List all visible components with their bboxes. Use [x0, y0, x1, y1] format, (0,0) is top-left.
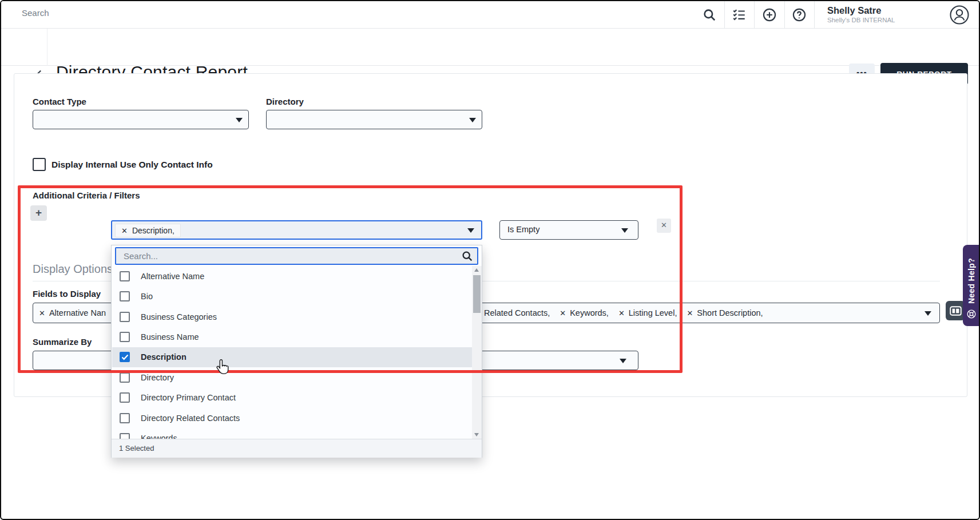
checkbox-icon: [120, 413, 130, 423]
remove-chip-icon[interactable]: ✕: [39, 309, 45, 317]
fields-to-display-label: Fields to Display: [33, 289, 101, 299]
top-bar: Shelly Satre Shelly's DB INTERNAL: [1, 1, 979, 29]
internal-use-checkbox[interactable]: [33, 158, 46, 171]
add-criteria-button[interactable]: +: [30, 205, 47, 221]
scroll-up-arrow-icon[interactable]: [474, 268, 479, 272]
dropdown-option-list: Alternative Name Bio Business Categories…: [112, 266, 472, 439]
dropdown-option[interactable]: Business Name: [112, 327, 472, 347]
checkbox-icon: [120, 392, 130, 403]
checkbox-icon: [120, 332, 130, 342]
chip-label: Description,: [132, 226, 174, 235]
criteria-operator-select[interactable]: Is Empty: [499, 220, 638, 240]
search-icon[interactable]: [702, 7, 717, 22]
global-search-input[interactable]: [21, 7, 261, 18]
life-ring-icon: [966, 309, 977, 321]
option-label: Directory Primary Contact: [141, 393, 236, 402]
dropdown-option[interactable]: Business Categories: [112, 307, 472, 327]
scroll-down-arrow-icon[interactable]: [474, 433, 479, 436]
option-label: Keywords: [141, 434, 177, 439]
caret-down-icon: [469, 118, 476, 122]
chip-label: Short Description,: [697, 308, 763, 317]
dropdown-option[interactable]: Directory Related Contacts: [112, 408, 472, 428]
caret-down-icon: [620, 359, 626, 363]
dropdown-selected-count: 1 Selected: [112, 439, 482, 458]
checkbox-icon: [120, 372, 130, 383]
dropdown-search-input[interactable]: [115, 247, 478, 265]
directory-select[interactable]: [266, 110, 482, 129]
option-label: Alternative Name: [141, 272, 204, 281]
contact-type-label: Contact Type: [33, 97, 86, 106]
checkbox-icon: [120, 433, 130, 439]
field-chip: ✕ Alternative Nan: [39, 308, 106, 317]
summarize-by-label: Summarize By: [33, 337, 92, 347]
need-help-label: Need Help?: [967, 258, 976, 304]
criteria-field-select[interactable]: ✕ Description,: [111, 220, 482, 240]
checkbox-icon: [120, 291, 130, 301]
caret-down-icon: [236, 118, 243, 122]
checkbox-icon: [120, 271, 130, 281]
operator-value: Is Empty: [507, 225, 539, 234]
remove-chip-icon[interactable]: ✕: [560, 309, 566, 317]
dropdown-option-selected[interactable]: Description: [112, 347, 472, 367]
chip-label: Keywords,: [570, 308, 609, 317]
caret-down-icon: [621, 228, 628, 233]
field-chip: ✕ Listing Level,: [618, 308, 677, 317]
magnifier-icon: [461, 250, 473, 262]
checkbox-checked-icon: [120, 352, 130, 362]
add-circle-icon[interactable]: [762, 7, 777, 22]
divider: [47, 29, 47, 66]
tasks-icon[interactable]: [732, 7, 747, 22]
option-label: Bio: [141, 292, 153, 301]
need-help-tab[interactable]: Need Help?: [963, 245, 980, 326]
remove-chip-icon[interactable]: ✕: [687, 309, 693, 317]
dropdown-scrollbar[interactable]: [472, 266, 482, 439]
user-name: Shelly Satre: [827, 5, 936, 16]
user-menu[interactable]: Shelly Satre Shelly's DB INTERNAL: [827, 5, 936, 23]
remove-chip-icon[interactable]: ✕: [121, 227, 128, 235]
dropdown-option[interactable]: Keywords: [112, 428, 472, 439]
chip-label: Alternative Nan: [49, 308, 106, 317]
columns-icon: [950, 306, 962, 316]
criteria-field-dropdown-panel: Alternative Name Bio Business Categories…: [111, 245, 482, 458]
field-chip-partial: Related Contacts,: [484, 308, 550, 317]
divider: [814, 1, 815, 29]
directory-label: Directory: [266, 97, 304, 106]
dropdown-option[interactable]: Alternative Name: [112, 266, 472, 286]
additional-criteria-section-label: Additional Criteria / Filters: [33, 190, 140, 200]
dropdown-option[interactable]: Bio: [112, 286, 472, 306]
app-window: Shelly Satre Shelly's DB INTERNAL Direct…: [0, 0, 980, 520]
remove-criteria-row-button[interactable]: ✕: [657, 219, 671, 233]
field-chip: ✕ Keywords,: [560, 308, 609, 317]
display-options-section-label: Display Options: [33, 263, 113, 276]
chip-label: Related Contacts,: [484, 308, 550, 317]
user-avatar-icon[interactable]: [949, 4, 970, 26]
dropdown-option[interactable]: Directory Primary Contact: [112, 388, 472, 408]
checkbox-icon: [120, 312, 130, 322]
chip-label: Listing Level,: [629, 308, 677, 317]
field-chip: ✕ Short Description,: [687, 308, 763, 317]
help-circle-icon[interactable]: [792, 7, 807, 22]
option-label: Business Categories: [141, 312, 217, 321]
columns-layout-button[interactable]: [946, 301, 965, 320]
contact-type-select[interactable]: [33, 110, 249, 129]
divider: [754, 1, 755, 29]
option-label: Business Name: [141, 332, 199, 342]
option-label: Directory: [141, 373, 174, 382]
divider: [784, 1, 785, 29]
caret-down-icon: [925, 311, 931, 316]
option-label: Description: [141, 352, 187, 362]
caret-down-icon: [467, 228, 474, 233]
selected-field-chip: ✕ Description,: [115, 224, 181, 237]
user-database-label: Shelly's DB INTERNAL: [827, 17, 936, 23]
field-chip-group: Related Contacts, ✕ Keywords, ✕ Listing …: [484, 308, 763, 317]
dropdown-option[interactable]: Directory: [112, 367, 472, 387]
remove-chip-icon[interactable]: ✕: [618, 309, 625, 317]
internal-use-checkbox-label: Display Internal Use Only Contact Info: [51, 160, 213, 170]
scrollbar-thumb[interactable]: [473, 275, 481, 313]
page-header: Directory Contact Report ••• RUN REPORT: [1, 29, 979, 66]
option-label: Directory Related Contacts: [141, 414, 240, 423]
divider: [724, 1, 725, 29]
